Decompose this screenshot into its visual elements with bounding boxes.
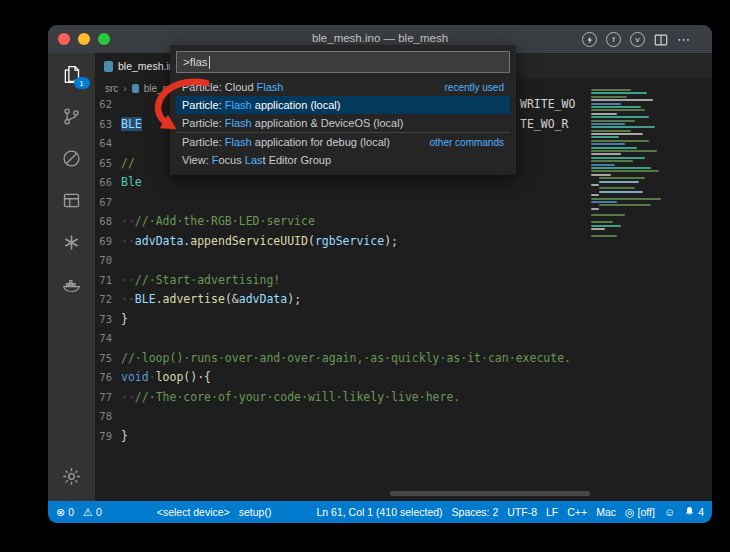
line-number[interactable]: 73 xyxy=(95,310,112,330)
line-number[interactable]: 74 xyxy=(95,329,112,349)
command-palette: >flas Particle: Cloud Flashrecently used… xyxy=(170,45,516,175)
status-item-notifications-bell[interactable]: 4 xyxy=(684,506,704,519)
line-number[interactable]: 79 xyxy=(95,427,112,447)
asterisk-icon[interactable] xyxy=(59,231,85,253)
command-palette-query: >flas xyxy=(183,56,208,68)
source-control-icon[interactable] xyxy=(59,105,85,127)
palette-item-particle-flash-application-local[interactable]: Particle: Flash application (local) xyxy=(176,96,510,114)
palette-item-particle-cloud-flash[interactable]: Particle: Cloud Flashrecently used xyxy=(176,78,510,96)
status-item-feedback-smiley[interactable]: ☺ xyxy=(664,507,675,518)
code-text: BLE xyxy=(112,115,142,135)
line-number[interactable]: 65 xyxy=(95,154,112,174)
line-number[interactable]: 68 xyxy=(95,212,112,232)
status-item-text: C++ xyxy=(567,506,587,518)
code-line[interactable]: 76void·loop()·{ xyxy=(95,368,590,388)
status-item-text: Spaces: 2 xyxy=(452,506,499,518)
line-number[interactable]: 76 xyxy=(95,368,112,388)
bell-icon xyxy=(684,506,695,519)
breadcrumb-folder[interactable]: src xyxy=(105,83,118,94)
status-item-platform[interactable]: Mac xyxy=(596,506,616,518)
code-line[interactable]: 75//·loop()·runs·over·and·over·again,·as… xyxy=(95,349,590,369)
line-number[interactable]: 62 xyxy=(95,95,112,115)
status-item-text: Mac xyxy=(596,506,616,518)
line-number[interactable]: 69 xyxy=(95,232,112,252)
code-text xyxy=(112,134,121,154)
code-line[interactable]: 68··//·Add·the·RGB·LED·service xyxy=(95,212,590,232)
code-line[interactable]: 74 xyxy=(95,329,590,349)
code-line[interactable]: 79} xyxy=(95,427,590,447)
status-item-text: setup() xyxy=(239,506,272,518)
palette-item-particle-flash-application-deviceos-local[interactable]: Particle: Flash application & DeviceOS (… xyxy=(176,114,510,132)
status-item-current-function[interactable]: setup() xyxy=(239,506,272,518)
status-item-problems-warnings[interactable]: ⚠0 xyxy=(83,506,102,518)
status-item-text: 0 xyxy=(96,506,102,518)
command-palette-input[interactable]: >flas xyxy=(176,51,510,73)
minimap[interactable] xyxy=(591,89,707,471)
status-item-text: Ln 61, Col 1 (410 selected) xyxy=(316,506,442,518)
split-editor-icon[interactable] xyxy=(654,33,668,47)
code-text: } xyxy=(112,427,128,447)
status-item-select-device[interactable]: <select device> xyxy=(157,506,230,518)
line-number[interactable]: 63 xyxy=(95,115,112,135)
code-text: // xyxy=(112,154,135,174)
chevron-right-icon: › xyxy=(123,83,126,94)
circle-f-icon[interactable]: f xyxy=(606,32,621,47)
code-text xyxy=(112,251,121,271)
code-line[interactable]: 71··//·Start·advertising! xyxy=(95,271,590,291)
status-item-encoding[interactable]: UTF-8 xyxy=(507,506,537,518)
editor-layout-icon[interactable] xyxy=(59,189,85,211)
titlebar-actions: fv⋯ xyxy=(582,32,690,47)
status-item-eol[interactable]: LF xyxy=(546,506,558,518)
palette-group-label: other commands xyxy=(430,137,504,148)
code-line[interactable]: 77··//·The·core·of·your·code·will·likely… xyxy=(95,388,590,408)
docker-whale-icon[interactable] xyxy=(59,273,85,295)
line-number[interactable]: 66 xyxy=(95,173,112,193)
code-line[interactable]: 70 xyxy=(95,251,590,271)
palette-item-label: Particle: Flash application for debug (l… xyxy=(182,136,390,148)
clipped-code-fragment: TE_WO_R xyxy=(520,115,568,135)
code-text: ··BLE.advertise(&advData); xyxy=(112,290,301,310)
status-item-indentation[interactable]: Spaces: 2 xyxy=(452,506,499,518)
line-number[interactable]: 67 xyxy=(95,193,112,213)
palette-item-view-focus-last-editor-group[interactable]: View: Focus Last Editor Group xyxy=(176,151,510,169)
line-number[interactable]: 72 xyxy=(95,290,112,310)
line-number[interactable]: 64 xyxy=(95,134,112,154)
code-text: ··//·Add·the·RGB·LED·service xyxy=(112,212,315,232)
code-line[interactable]: 72··BLE.advertise(&advData); xyxy=(95,290,590,310)
code-text xyxy=(112,407,121,427)
code-line[interactable]: 78 xyxy=(95,407,590,427)
line-number[interactable]: 75 xyxy=(95,349,112,369)
code-text: ··//·Start·advertising! xyxy=(112,271,280,291)
code-text: Ble xyxy=(112,173,142,193)
palette-item-label: Particle: Flash application (local) xyxy=(182,99,340,111)
status-item-problems-errors[interactable]: ⊗0 xyxy=(56,506,74,518)
status-right: Ln 61, Col 1 (410 selected)Spaces: 2UTF-… xyxy=(316,506,704,519)
status-item-language-mode[interactable]: C++ xyxy=(567,506,587,518)
line-number[interactable]: 77 xyxy=(95,388,112,408)
status-item-cursor-position[interactable]: Ln 61, Col 1 (410 selected) xyxy=(316,506,442,518)
code-text: ··advData.appendServiceUUID(rgbService); xyxy=(112,232,398,252)
line-number[interactable]: 71 xyxy=(95,271,112,291)
more-actions-icon[interactable]: ⋯ xyxy=(677,32,690,47)
code-line[interactable]: 66Ble xyxy=(95,173,590,193)
status-item-text: [off] xyxy=(638,506,655,518)
circle-slash-icon[interactable] xyxy=(59,147,85,169)
settings-gear-icon[interactable] xyxy=(59,465,85,487)
code-line[interactable]: 67 xyxy=(95,193,590,213)
status-item-text: <select device> xyxy=(157,506,230,518)
code-text: //·loop()·runs·over·and·over·again,·as·q… xyxy=(112,349,571,369)
code-text: void·loop()·{ xyxy=(112,368,211,388)
code-line[interactable]: 73} xyxy=(95,310,590,330)
explorer-icon[interactable]: 1 xyxy=(59,63,85,85)
palette-item-particle-flash-application-debug-local[interactable]: Particle: Flash application for debug (l… xyxy=(176,132,510,151)
code-line[interactable]: 69··advData.appendServiceUUID(rgbService… xyxy=(95,232,590,252)
horizontal-scrollbar[interactable] xyxy=(390,491,590,496)
clipped-code-fragment: WRITE_WO xyxy=(520,95,575,115)
text-caret xyxy=(209,56,210,69)
compile-icon[interactable] xyxy=(582,32,597,47)
line-number[interactable]: 78 xyxy=(95,407,112,427)
palette-item-label: Particle: Flash application & DeviceOS (… xyxy=(182,117,403,129)
circle-v-icon[interactable]: v xyxy=(630,32,645,47)
status-item-screencast-mode[interactable]: ◎[off] xyxy=(625,506,655,518)
line-number[interactable]: 70 xyxy=(95,251,112,271)
